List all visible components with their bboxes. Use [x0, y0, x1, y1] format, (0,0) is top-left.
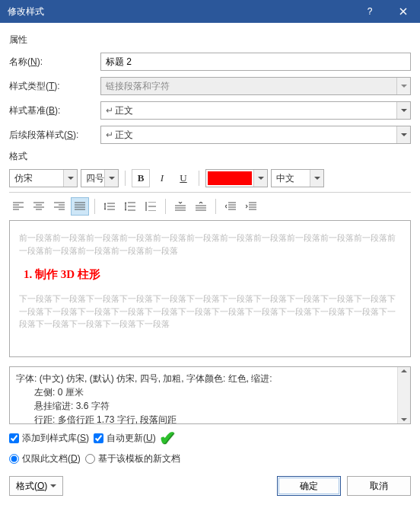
based-on-template-radio[interactable]: 基于该模板的新文档: [85, 452, 180, 465]
chevron-down-icon[interactable]: [104, 170, 118, 187]
checkmark-annotation-icon: ✔: [159, 433, 176, 445]
align-center-button[interactable]: [30, 197, 48, 216]
underline-button[interactable]: U: [174, 169, 192, 187]
format-toolbar-1: 仿宋 四号 B I U 中文: [9, 169, 411, 187]
bold-button[interactable]: B: [132, 169, 150, 187]
line-spacing-1-button[interactable]: [100, 197, 119, 216]
style-preview-pane: 前一段落前一段落前一段落前一段落前一段落前一段落前一段落前一段落前一段落前一段落…: [9, 220, 411, 357]
help-button[interactable]: ?: [353, 0, 387, 23]
chevron-down-icon[interactable]: [253, 170, 267, 187]
font-color-dropdown[interactable]: [205, 169, 268, 187]
close-button[interactable]: [387, 0, 420, 23]
desc-line: 行距: 多倍行距 1.73 字行, 段落间距: [16, 413, 404, 427]
add-to-gallery-checkbox[interactable]: 添加到样式库(S): [9, 432, 89, 445]
space-before-dec-button[interactable]: [192, 197, 210, 216]
space-before-inc-button[interactable]: [171, 197, 189, 216]
style-type-dropdown: 链接段落和字符: [100, 77, 411, 95]
italic-button[interactable]: I: [153, 169, 171, 187]
ok-button[interactable]: 确定: [277, 476, 341, 496]
line-spacing-2-button[interactable]: [142, 197, 160, 216]
section-properties-label: 属性: [9, 34, 411, 46]
chevron-down-icon[interactable]: [396, 126, 410, 143]
desc-line: 左侧: 0 厘米: [16, 385, 404, 399]
based-on-label: 样式基准(B):: [9, 104, 100, 117]
scrollbar[interactable]: [397, 367, 410, 423]
dialog-titlebar: 修改样式 ?: [0, 0, 420, 23]
name-label: 名称(N):: [9, 56, 100, 69]
based-on-dropdown[interactable]: 正文: [100, 101, 411, 120]
scroll-down-icon[interactable]: [401, 417, 407, 422]
chevron-down-icon[interactable]: [396, 102, 410, 119]
following-style-dropdown[interactable]: 正文: [100, 126, 411, 144]
format-toolbar-2: [9, 197, 411, 216]
align-right-button[interactable]: [50, 197, 68, 216]
format-menu-button[interactable]: 格式(O): [9, 476, 63, 496]
language-dropdown[interactable]: 中文: [271, 169, 324, 187]
align-left-button[interactable]: [9, 197, 27, 216]
scroll-up-icon[interactable]: [401, 369, 407, 373]
desc-line: 悬挂缩进: 3.6 字符: [16, 399, 404, 413]
align-justify-button[interactable]: [71, 197, 89, 216]
section-format-label: 格式: [9, 150, 411, 163]
line-spacing-15-button[interactable]: [121, 197, 139, 216]
cancel-button[interactable]: 取消: [347, 476, 411, 496]
style-name-input[interactable]: [100, 53, 411, 71]
following-style-label: 后续段落样式(S):: [9, 129, 100, 142]
preview-prev-para: 前一段落前一段落前一段落前一段落前一段落前一段落前一段落前一段落前一段落前一段落…: [19, 232, 401, 257]
indent-decrease-button[interactable]: [221, 197, 240, 216]
only-this-document-radio[interactable]: 仅限此文档(D): [9, 452, 81, 465]
color-swatch: [208, 171, 252, 185]
auto-update-checkbox[interactable]: 自动更新(U): [94, 432, 156, 445]
indent-increase-button[interactable]: [242, 197, 260, 216]
chevron-down-icon: [396, 78, 410, 94]
chevron-down-icon: [50, 484, 56, 488]
font-family-dropdown[interactable]: 仿宋: [9, 169, 78, 187]
preview-next-para: 下一段落下一段落下一段落下一段落下一段落下一段落下一段落下一段落下一段落下一段落…: [19, 292, 401, 331]
style-type-label: 样式类型(T):: [9, 80, 100, 93]
preview-sample-text: 1. 制作 3D 柱形: [24, 267, 401, 282]
dialog-title: 修改样式: [8, 5, 353, 18]
dialog-footer: 格式(O) 确定 取消: [0, 465, 420, 505]
close-icon: [399, 8, 407, 15]
font-size-dropdown[interactable]: 四号: [81, 169, 119, 187]
chevron-down-icon[interactable]: [63, 170, 77, 187]
desc-line: 字体: (中文) 仿宋, (默认) 仿宋, 四号, 加粗, 字体颜色: 红色, …: [16, 372, 404, 385]
style-description-box: 字体: (中文) 仿宋, (默认) 仿宋, 四号, 加粗, 字体颜色: 红色, …: [9, 366, 411, 424]
chevron-down-icon[interactable]: [310, 170, 323, 187]
